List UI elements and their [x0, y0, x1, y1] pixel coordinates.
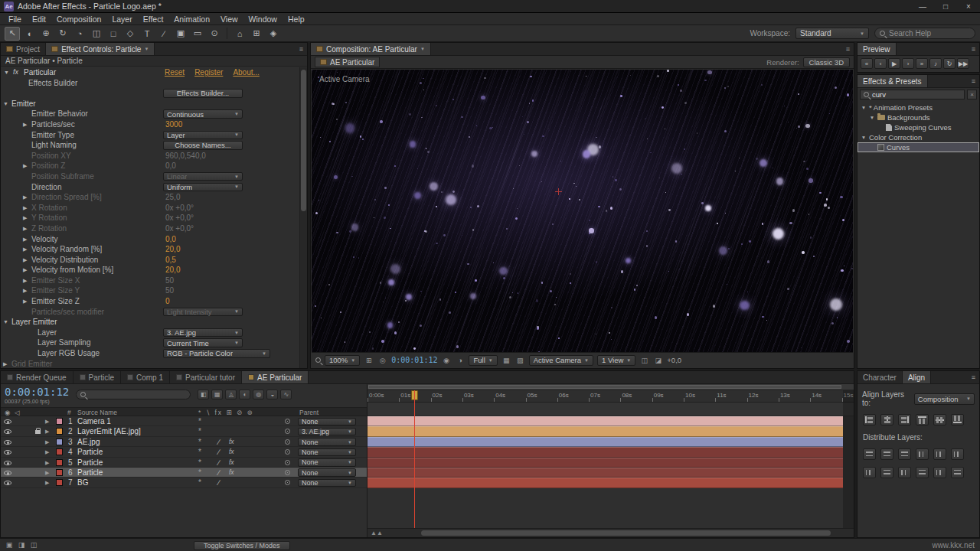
- expand-transfer-modes-icon[interactable]: ◨: [16, 540, 27, 549]
- parent-pickwhip-icon[interactable]: [285, 470, 290, 475]
- layer-row-7[interactable]: ▶7BG*∕None▼: [1, 478, 367, 487]
- toggle-switches-modes-button[interactable]: Toggle Switches / Modes: [194, 541, 290, 550]
- align-bottom-icon[interactable]: [951, 414, 964, 425]
- view-axis-mode[interactable]: ◈: [266, 27, 281, 41]
- layer-row-2[interactable]: ▶2LayerEmit [AE.jpg]*3. AE.jpg▼: [1, 426, 367, 436]
- parent-pickwhip-icon[interactable]: [285, 460, 290, 465]
- scrollbar[interactable]: [299, 67, 307, 368]
- layer-duration-bar[interactable]: [368, 458, 843, 468]
- distribute-h-center-icon[interactable]: [933, 448, 946, 460]
- menu-layer[interactable]: Layer: [106, 15, 137, 24]
- distribute-bottom-icon[interactable]: [898, 448, 911, 460]
- clone-stamp-tool[interactable]: ▣: [173, 27, 188, 41]
- panel-menu-icon[interactable]: ≡: [842, 43, 854, 55]
- layer-row-1[interactable]: ▶1Camera 1*None▼: [1, 416, 367, 426]
- parent-dropdown[interactable]: None▼: [298, 458, 356, 467]
- twirl-icon[interactable]: ▶: [23, 194, 27, 201]
- layer-duration-bar[interactable]: [368, 437, 843, 447]
- direction-dropdown[interactable]: Uniform▼: [163, 183, 243, 192]
- ram-preview-button[interactable]: ▶▶: [957, 58, 969, 69]
- transform-switch-icon[interactable]: *: [198, 427, 201, 435]
- parent-dropdown[interactable]: None▼: [298, 418, 356, 426]
- effects-builder-button[interactable]: Effects Builder...: [163, 89, 243, 98]
- previous-frame-button[interactable]: ‹: [874, 58, 887, 69]
- align-v-center-icon[interactable]: [933, 414, 946, 425]
- comp-timecode[interactable]: 0:00:01:12: [391, 356, 437, 364]
- scrollbar-thumb[interactable]: [421, 530, 831, 536]
- layer-color-swatch[interactable]: [56, 479, 63, 486]
- twirl-icon[interactable]: ▼: [3, 101, 8, 106]
- hand-tool[interactable]: ◖: [21, 27, 37, 41]
- time-navigator[interactable]: [368, 384, 854, 390]
- tab-effect-controls[interactable]: Effect Controls: Particle ▼: [46, 43, 155, 55]
- next-frame-button[interactable]: ›: [902, 58, 914, 69]
- direction-spread-value[interactable]: 25,0: [165, 193, 180, 201]
- timeline-search-input[interactable]: [76, 390, 191, 399]
- transform-switch-icon[interactable]: *: [198, 468, 201, 477]
- world-axis-mode[interactable]: ⊞: [249, 27, 264, 41]
- layer-twirl-icon[interactable]: ▶: [45, 429, 49, 435]
- layer-row-3[interactable]: ▶3AE.jpg*∕fxNone▼: [1, 437, 367, 447]
- transform-switch-icon[interactable]: *: [198, 458, 201, 467]
- unified-camera-tool[interactable]: ◔: [72, 27, 87, 41]
- quality-switch-icon[interactable]: ∕: [218, 478, 220, 487]
- layer-twirl-icon[interactable]: ▶: [45, 470, 49, 476]
- timeline-tab-ae-particular[interactable]: AE Particular: [242, 371, 309, 383]
- play-button[interactable]: ▶: [888, 58, 900, 69]
- go-to-start-button[interactable]: «: [861, 58, 873, 69]
- twirl-icon[interactable]: ▶: [23, 226, 27, 232]
- velocity-distribution-value[interactable]: 0,5: [165, 256, 176, 264]
- panel-menu-icon[interactable]: ≡: [968, 43, 979, 55]
- local-axis-mode[interactable]: ⌂: [232, 27, 247, 41]
- transform-switch-icon[interactable]: *: [198, 448, 201, 456]
- panel-menu-icon[interactable]: ≡: [296, 43, 307, 55]
- align-left-icon[interactable]: [863, 414, 876, 425]
- restore-icon[interactable]: □: [934, 0, 957, 12]
- expand-in-out-icon[interactable]: ◫: [28, 540, 39, 549]
- zoom-dropdown[interactable]: 100%▼: [325, 355, 360, 366]
- timeline-tab-particle[interactable]: Particle: [74, 371, 121, 383]
- menu-effect[interactable]: Effect: [138, 15, 169, 24]
- layer-color-swatch[interactable]: [56, 448, 63, 455]
- eraser-tool[interactable]: ▭: [190, 27, 205, 41]
- layer-duration-bar[interactable]: [368, 416, 843, 426]
- camera-view-dropdown[interactable]: Active Camera▼: [529, 355, 593, 366]
- region-of-interest-icon[interactable]: ▦: [501, 355, 511, 366]
- position-z-value[interactable]: 0,0: [165, 161, 176, 170]
- position-subframe-dropdown[interactable]: Linear▼: [163, 172, 243, 181]
- brush-tool[interactable]: ∕: [156, 27, 172, 41]
- preset-item-animation-presets[interactable]: ▼* Animation Presets: [858, 103, 979, 112]
- quality-switch-icon[interactable]: ∕: [218, 458, 220, 467]
- layer-duration-bar[interactable]: [368, 478, 843, 487]
- layer-color-swatch[interactable]: [56, 418, 63, 425]
- distribute-even-4-icon[interactable]: [951, 467, 964, 478]
- panel-menu-icon[interactable]: ≡: [968, 371, 979, 383]
- parent-pickwhip-icon[interactable]: [285, 480, 290, 485]
- distribute-even-2-icon[interactable]: [916, 467, 929, 478]
- parent-dropdown[interactable]: None▼: [298, 448, 356, 457]
- about-link[interactable]: About...: [233, 68, 259, 77]
- distribute-v-space-icon[interactable]: [863, 467, 876, 478]
- tab-character[interactable]: Character: [858, 371, 903, 383]
- velocity-value[interactable]: 0,0: [165, 235, 176, 243]
- twirl-icon[interactable]: ▶: [23, 246, 27, 253]
- layer-row-4[interactable]: ▶4Particle*∕fxNone▼: [1, 447, 367, 457]
- velocity-random-value[interactable]: 20,0: [165, 245, 180, 253]
- twirl-icon[interactable]: ▶: [23, 288, 27, 294]
- twirl-icon[interactable]: ▼: [3, 319, 8, 324]
- layer-dropdown[interactable]: 3. AE.jpg▼: [163, 328, 243, 337]
- go-to-end-button[interactable]: »: [916, 58, 928, 69]
- parent-dropdown[interactable]: None▼: [298, 468, 356, 477]
- minimize-icon[interactable]: —: [911, 0, 934, 12]
- parent-pickwhip-icon[interactable]: [285, 419, 290, 424]
- visibility-eye-icon[interactable]: [4, 440, 11, 445]
- distribute-v-center-icon[interactable]: [880, 448, 893, 460]
- parent-dropdown[interactable]: 3. AE.jpg▼: [298, 428, 356, 436]
- layer-twirl-icon[interactable]: ▶: [45, 460, 49, 466]
- viewer-tab[interactable]: AE Particular: [315, 57, 380, 67]
- twirl-icon[interactable]: ▶: [23, 205, 27, 211]
- presets-search-input[interactable]: curv: [860, 90, 965, 99]
- fx-switch-icon[interactable]: fx: [229, 468, 234, 476]
- pan-behind-tool[interactable]: ◫: [89, 27, 104, 41]
- emitter-size-z-value[interactable]: 0: [165, 297, 170, 305]
